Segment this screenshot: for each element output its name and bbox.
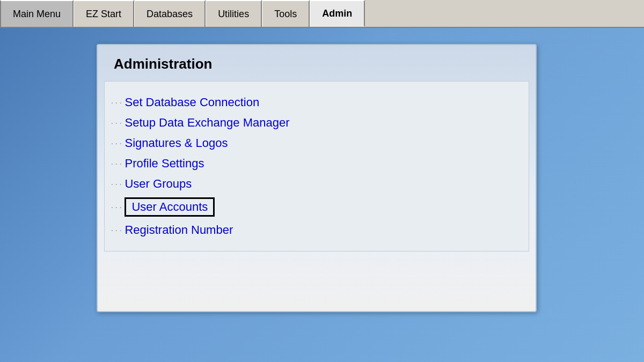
admin-menu-item-label: Setup Data Exchange Manager: [125, 116, 289, 130]
menu-tab-admin[interactable]: Admin: [310, 0, 365, 27]
tree-connector-icon: ···: [110, 99, 122, 106]
menu-bar: Main MenuEZ StartDatabasesUtilitiesTools…: [0, 0, 644, 28]
admin-menu-item[interactable]: ···Setup Data Exchange Manager: [105, 113, 529, 133]
admin-menu-item-label: Registration Number: [125, 223, 233, 237]
main-area: Administration ···Set Database Connectio…: [0, 28, 644, 362]
tree-connector-icon: ···: [110, 160, 122, 167]
admin-menu-item[interactable]: ···User Accounts: [105, 194, 529, 220]
admin-menu-item[interactable]: ···Registration Number: [105, 220, 529, 240]
admin-menu-item-label: Profile Settings: [125, 157, 204, 171]
tree-connector-icon: ···: [110, 140, 122, 147]
admin-menu-item-label: Signatures & Logos: [125, 136, 228, 150]
menu-tab-ez-start[interactable]: EZ Start: [74, 0, 134, 27]
menu-tab-utilities[interactable]: Utilities: [206, 0, 262, 27]
menu-tab-tools[interactable]: Tools: [262, 0, 310, 27]
menu-tab-main-menu[interactable]: Main Menu: [0, 0, 74, 27]
admin-menu-item-label: User Groups: [125, 177, 192, 191]
tree-connector-icon: ···: [110, 120, 122, 127]
tree-connector-icon: ···: [110, 181, 122, 188]
admin-panel-title: Administration: [98, 45, 536, 81]
tree-connector-icon: ···: [110, 227, 122, 234]
admin-menu-item[interactable]: ···Signatures & Logos: [105, 133, 529, 153]
admin-menu-item-label: User Accounts: [131, 200, 208, 213]
admin-menu-item[interactable]: ···Set Database Connection: [105, 92, 529, 113]
menu-tab-databases[interactable]: Databases: [134, 0, 206, 27]
admin-panel-content: ···Set Database Connection···Setup Data …: [104, 81, 529, 252]
admin-panel: Administration ···Set Database Connectio…: [97, 44, 537, 312]
admin-menu-item-label: Set Database Connection: [125, 95, 259, 109]
tree-connector-icon: ···: [110, 204, 122, 211]
admin-menu-item[interactable]: ···Profile Settings: [105, 153, 529, 174]
admin-menu-item[interactable]: ···User Groups: [105, 174, 529, 194]
